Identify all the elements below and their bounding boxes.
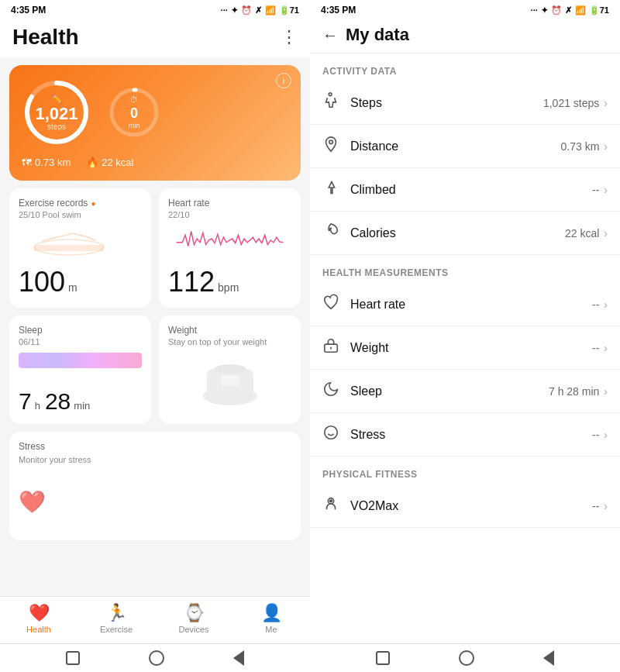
section-activity: ACTIVITY DATA xyxy=(310,53,620,81)
vo2max-label: VO2Max xyxy=(350,499,592,513)
sleep-row-icon xyxy=(322,381,350,401)
heartrate-row-value: -- xyxy=(592,298,599,311)
app-title: Health xyxy=(12,25,79,50)
stress-row-value: -- xyxy=(592,429,599,441)
left-panel: 4:35 PM ··· ✦ ⏰ ✗ 📶 🔋71 Health ⋮ i xyxy=(0,0,310,672)
me-nav-icon: 👤 xyxy=(261,603,282,623)
stress-spacer xyxy=(19,467,291,486)
stress-label-row: Stress xyxy=(19,441,291,452)
exercise-date: 25/10 Pool swim xyxy=(19,210,142,219)
devices-nav-icon: ⌚ xyxy=(184,603,205,623)
weight-card[interactable]: Weight Stay on top of your weight xyxy=(159,315,301,424)
svg-point-14 xyxy=(329,140,333,144)
stress-card[interactable]: Stress Monitor your stress ❤️ xyxy=(9,432,301,540)
heartrate-value-row: 112 bpm xyxy=(168,266,291,298)
weight-row-icon xyxy=(322,337,350,358)
steps-value: 1,021 steps xyxy=(543,97,599,109)
sys-square-btn-right[interactable] xyxy=(376,651,390,665)
scroll-content: i ✏️ 1,021 steps xyxy=(0,57,310,596)
row-steps[interactable]: Steps 1,021 steps › xyxy=(310,81,620,125)
climbed-icon xyxy=(322,179,350,200)
sys-back-btn[interactable] xyxy=(233,650,244,666)
weight-row-label: Weight xyxy=(350,341,592,355)
health-nav-icon: ❤️ xyxy=(29,603,50,623)
row-vo2max[interactable]: VO2Max -- › xyxy=(310,484,620,528)
status-bar-left: 4:35 PM ··· ✦ ⏰ ✗ 📶 🔋71 xyxy=(0,0,310,19)
calories-icon xyxy=(322,222,350,243)
menu-button[interactable]: ⋮ xyxy=(281,27,298,47)
sleep-value-row: 7 h 28 min xyxy=(19,388,142,415)
system-bar-right xyxy=(310,643,620,672)
climbed-label: Climbed xyxy=(350,183,592,197)
distance-value: 🗺 0.73 km xyxy=(22,157,71,168)
vo2max-value: -- xyxy=(592,500,599,512)
nav-me[interactable]: 👤 Me xyxy=(248,603,294,634)
sleep-label: Sleep xyxy=(19,325,142,336)
heartrate-row-label: Heart rate xyxy=(350,298,592,312)
stress-row-icon xyxy=(322,424,350,445)
row-heartrate[interactable]: Heart rate -- › xyxy=(310,283,620,326)
heartrate-date: 22/10 xyxy=(168,210,291,219)
row-weight[interactable]: Weight -- › xyxy=(310,326,620,370)
row-climbed[interactable]: Climbed -- › xyxy=(310,168,620,212)
row-distance[interactable]: Distance 0.73 km › xyxy=(310,125,620,168)
calories-chevron: › xyxy=(604,227,608,240)
calories-value: 🔥 22 kcal xyxy=(86,157,133,168)
timer-value: 0 xyxy=(129,105,140,122)
vo2max-chevron: › xyxy=(604,500,608,512)
status-icons-right: ··· ✦ ⏰ ✗ 📶 🔋71 xyxy=(531,5,609,16)
sys-back-btn-right[interactable] xyxy=(543,650,554,666)
nav-devices[interactable]: ⌚ Devices xyxy=(170,603,217,634)
heartrate-card[interactable]: Heart rate 22/10 112 bpm xyxy=(159,188,301,308)
weight-label: Weight xyxy=(168,325,291,336)
sleep-row-value: 7 h 28 min xyxy=(549,385,599,398)
exercise-chart xyxy=(19,226,142,260)
right-scroll: ACTIVITY DATA Steps 1,021 steps › Distan… xyxy=(310,53,620,643)
status-icons-left: ··· ✦ ⏰ ✗ 📶 🔋71 xyxy=(221,5,299,16)
right-header: ← My data xyxy=(310,19,620,53)
steps-icon xyxy=(322,92,350,113)
steps-label: Steps xyxy=(350,96,543,110)
exercise-nav-label: Exercise xyxy=(100,625,133,634)
nav-exercise[interactable]: 🏃 Exercise xyxy=(93,603,140,634)
row-sleep[interactable]: Sleep 7 h 28 min › xyxy=(310,370,620,413)
stress-row-chevron: › xyxy=(604,429,608,441)
timer-ring: ⏱ 0 min xyxy=(107,85,161,140)
distance-chevron: › xyxy=(604,140,608,153)
exercise-value-row: 100 m xyxy=(19,266,142,298)
status-time-left: 4:35 PM xyxy=(11,5,46,16)
health-nav-label: Health xyxy=(26,625,51,634)
status-time-right: 4:35 PM xyxy=(321,5,356,16)
info-icon[interactable]: i xyxy=(276,73,291,88)
timer-label: min xyxy=(129,122,140,129)
rings-container: ✏️ 1,021 steps ⏱ 0 min xyxy=(22,78,288,147)
app-header: Health ⋮ xyxy=(0,19,310,57)
sys-circle-btn-right[interactable] xyxy=(459,650,474,666)
timer-center: ⏱ 0 min xyxy=(129,95,140,129)
svg-line-6 xyxy=(57,233,73,237)
back-button[interactable]: ← xyxy=(322,26,338,44)
card-footer: 🗺 0.73 km 🔥 22 kcal xyxy=(22,157,288,168)
distance-icon xyxy=(322,136,350,157)
heartrate-chart xyxy=(168,224,291,257)
exercise-card[interactable]: Exercise records ● 25/10 Pool swim 1 xyxy=(9,188,151,308)
system-bar-left xyxy=(0,643,310,672)
distance-label: Distance xyxy=(350,140,561,153)
nav-health[interactable]: ❤️ Health xyxy=(16,603,62,634)
right-panel: 4:35 PM ··· ✦ ⏰ ✗ 📶 🔋71 ← My data ACTIVI… xyxy=(310,0,620,672)
weight-row-chevron: › xyxy=(604,342,608,354)
steps-center: ✏️ 1,021 steps xyxy=(35,94,78,131)
svg-line-7 xyxy=(73,233,88,237)
heartrate-row-chevron: › xyxy=(604,298,608,311)
steps-value: 1,021 xyxy=(35,105,78,122)
sys-square-btn[interactable] xyxy=(66,651,80,665)
vo2max-icon xyxy=(322,495,350,516)
cards-grid: Exercise records ● 25/10 Pool swim 1 xyxy=(9,188,301,424)
stress-icon: ❤️ xyxy=(19,489,291,515)
sys-circle-btn[interactable] xyxy=(149,650,164,666)
sleep-chart xyxy=(19,353,142,368)
sleep-card[interactable]: Sleep 06/11 7 h 28 min xyxy=(9,315,151,424)
row-stress[interactable]: Stress -- › xyxy=(310,413,620,457)
row-calories[interactable]: Calories 22 kcal › xyxy=(310,212,620,255)
steps-label: steps xyxy=(35,122,78,131)
